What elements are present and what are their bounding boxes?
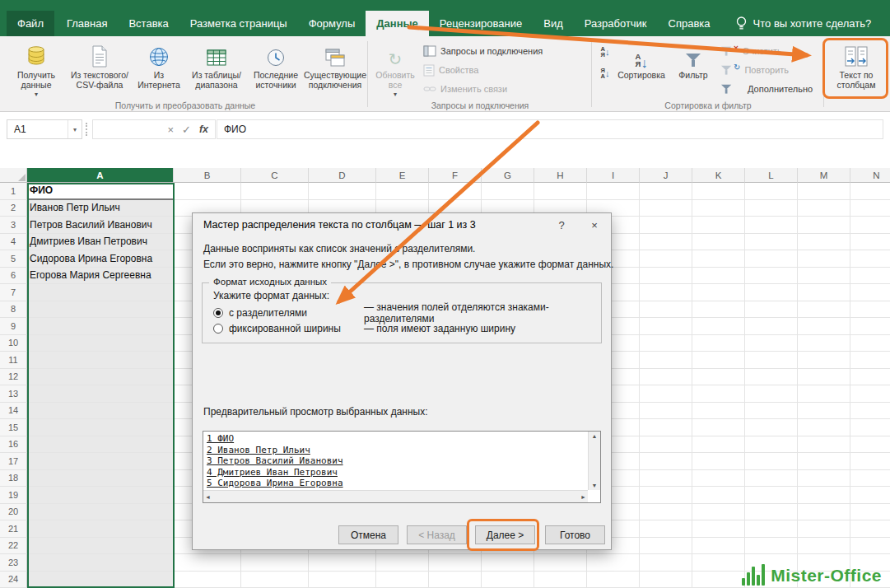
cell-M1[interactable] — [798, 183, 850, 200]
properties-item[interactable]: Свойства — [423, 62, 478, 78]
row-header-12[interactable]: 12 — [0, 369, 27, 386]
column-header-A[interactable]: A — [27, 168, 174, 183]
ribbon-tab[interactable]: Разработчик — [574, 11, 658, 36]
cell-J20[interactable] — [640, 504, 692, 521]
cell-N8[interactable] — [850, 301, 890, 319]
cell-B23[interactable] — [174, 554, 241, 572]
cell-G1[interactable] — [482, 183, 534, 200]
cell-N16[interactable] — [850, 436, 890, 454]
cell-N20[interactable] — [850, 504, 890, 521]
back-button[interactable]: < Назад — [407, 525, 467, 544]
dialog-close-button[interactable]: × — [578, 213, 611, 236]
cell-N4[interactable] — [850, 234, 890, 251]
cell-M12[interactable] — [798, 369, 850, 386]
cell-K2[interactable] — [692, 200, 745, 217]
scroll-left-icon[interactable]: ◄ — [205, 494, 211, 500]
finish-button[interactable]: Готово — [545, 525, 605, 544]
cell-A15[interactable] — [27, 419, 174, 436]
cell-J12[interactable] — [640, 369, 692, 386]
insert-function-icon[interactable]: fx — [199, 124, 208, 135]
cell-M14[interactable] — [798, 403, 850, 420]
cell-M3[interactable] — [798, 217, 850, 234]
preview-horizontal-scrollbar[interactable]: ◄ ► — [203, 490, 588, 502]
cell-L3[interactable] — [745, 217, 798, 234]
cell-J14[interactable] — [640, 403, 692, 420]
ribbon-tab[interactable]: Справка — [658, 11, 721, 36]
cell-K6[interactable] — [692, 268, 745, 285]
cell-K5[interactable] — [692, 250, 745, 268]
cell-L22[interactable] — [745, 538, 798, 555]
confirm-entry-icon[interactable]: ✓ — [182, 124, 191, 136]
row-header-16[interactable]: 16 — [0, 436, 27, 454]
cell-N1[interactable] — [850, 183, 890, 200]
existing-connections-button[interactable]: Существующие подключения — [306, 39, 364, 103]
cell-J3[interactable] — [640, 217, 692, 234]
row-header-9[interactable]: 9 — [0, 318, 27, 335]
formula-bar-handle[interactable] — [86, 123, 89, 136]
scroll-right-icon[interactable]: ► — [580, 494, 586, 500]
sort-ascending-button[interactable]: АЯ ↓ — [596, 43, 614, 61]
row-header-20[interactable]: 20 — [0, 504, 27, 521]
cell-M17[interactable] — [798, 453, 850, 470]
row-header-18[interactable]: 18 — [0, 470, 27, 488]
cell-N12[interactable] — [850, 369, 890, 386]
edit-links-item[interactable]: Изменить связи — [423, 81, 507, 97]
cell-B24[interactable] — [174, 572, 241, 588]
tell-me[interactable]: Что вы хотите сделать? — [736, 11, 872, 36]
row-header-1[interactable]: 1 — [0, 183, 27, 200]
cell-J10[interactable] — [640, 335, 692, 352]
cell-N24[interactable] — [850, 572, 890, 588]
fixed-width-radio[interactable] — [213, 324, 223, 334]
cell-K8[interactable] — [692, 301, 745, 319]
cell-L4[interactable] — [745, 234, 798, 251]
column-header-E[interactable]: E — [376, 168, 429, 183]
cell-M5[interactable] — [798, 250, 850, 268]
scroll-down-icon[interactable]: ▼ — [592, 483, 598, 488]
row-header-23[interactable]: 23 — [0, 554, 27, 572]
recent-sources-button[interactable]: Последние источники — [247, 39, 305, 103]
cell-N23[interactable] — [850, 554, 890, 572]
cell-J16[interactable] — [640, 436, 692, 454]
cell-N9[interactable] — [850, 318, 890, 335]
cell-M4[interactable] — [798, 234, 850, 251]
cell-L23[interactable] — [745, 554, 798, 572]
cell-J5[interactable] — [640, 250, 692, 268]
cell-A3[interactable]: Петров Василий Иванович — [27, 217, 174, 234]
cell-F24[interactable] — [429, 572, 482, 588]
cancel-button[interactable]: Отмена — [338, 525, 398, 544]
cell-K15[interactable] — [692, 419, 745, 436]
cell-C1[interactable] — [241, 183, 309, 200]
cell-M7[interactable] — [798, 284, 850, 301]
cell-A14[interactable] — [27, 403, 174, 420]
cell-N3[interactable] — [850, 217, 890, 234]
from-web-button[interactable]: Из Интернета — [132, 39, 186, 103]
ribbon-tab[interactable]: Главная — [56, 11, 118, 36]
cell-J18[interactable] — [640, 470, 692, 488]
cell-K10[interactable] — [692, 335, 745, 352]
cell-N5[interactable] — [850, 250, 890, 268]
cell-K22[interactable] — [692, 538, 745, 555]
cell-N10[interactable] — [850, 335, 890, 352]
cell-A13[interactable] — [27, 385, 174, 403]
cell-E1[interactable] — [376, 183, 429, 200]
cell-I23[interactable] — [587, 554, 640, 572]
cell-M8[interactable] — [798, 301, 850, 319]
text-to-columns-button[interactable]: Текст по столбцам — [825, 39, 888, 103]
cell-M18[interactable] — [798, 470, 850, 488]
cell-A11[interactable] — [27, 352, 174, 369]
from-text-csv-button[interactable]: Из текстового/ CSV-файла — [69, 39, 130, 103]
column-header-H[interactable]: H — [534, 168, 587, 183]
cell-H23[interactable] — [534, 554, 587, 572]
ribbon-tab[interactable]: Разметка страницы — [179, 11, 298, 36]
cell-K23[interactable] — [692, 554, 745, 572]
row-header-10[interactable]: 10 — [0, 335, 27, 352]
cell-K12[interactable] — [692, 369, 745, 386]
cell-K20[interactable] — [692, 504, 745, 521]
column-header-J[interactable]: J — [640, 168, 692, 183]
cell-L8[interactable] — [745, 301, 798, 319]
cell-K24[interactable] — [692, 572, 745, 588]
cell-J19[interactable] — [640, 487, 692, 504]
row-header-15[interactable]: 15 — [0, 419, 27, 436]
ribbon-tab[interactable]: Данные — [366, 11, 429, 36]
cell-L11[interactable] — [745, 352, 798, 369]
